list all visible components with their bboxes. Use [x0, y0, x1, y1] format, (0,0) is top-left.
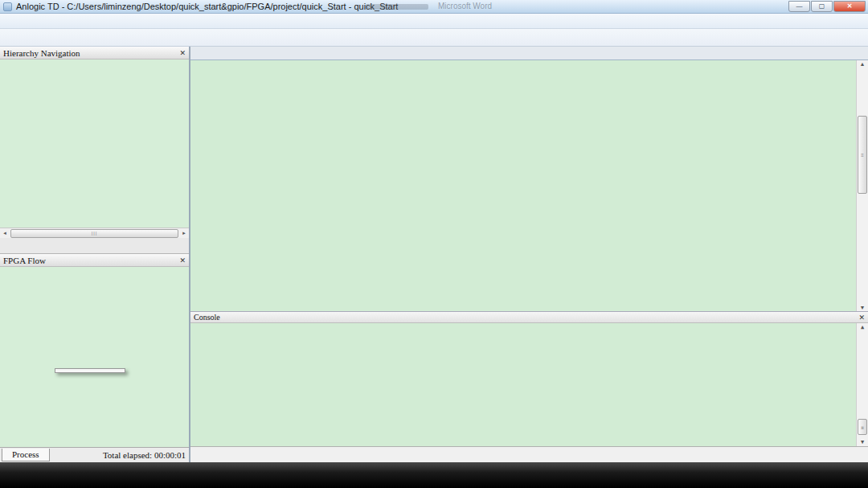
console-scroll-thumb[interactable]: ≡	[858, 419, 867, 435]
console-title: Console	[194, 313, 220, 322]
left-panel: Hierarchy Navigation ✕ ◂ ||| ▸ FPGA Flow…	[0, 47, 190, 462]
editor-scroll-thumb[interactable]: ≡	[858, 116, 867, 194]
console-close-icon[interactable]: ✕	[858, 314, 865, 322]
fpga-flow-tree	[0, 267, 189, 447]
app-icon	[3, 2, 12, 11]
scroll-right-arrow[interactable]: ▸	[179, 230, 189, 236]
editor-vscrollbar[interactable]: ▲ ≡ ▼	[856, 60, 868, 311]
window-title: Anlogic TD - C:/Users/liminzeng/Desktop/…	[16, 2, 398, 11]
code-lines[interactable]	[190, 60, 856, 311]
process-statusbar: Process Total elapsed: 00:00:01	[0, 447, 189, 462]
scroll-down-arrow[interactable]: ▼	[857, 305, 868, 310]
console-vscrollbar[interactable]: ▲ ≡ ▼	[856, 323, 868, 446]
console-tabs	[190, 446, 868, 462]
scroll-left-arrow[interactable]: ◂	[0, 230, 10, 236]
minimize-button[interactable]: —	[788, 1, 810, 12]
scroll-down-arrow[interactable]: ▼	[857, 439, 868, 445]
taskbar	[0, 462, 868, 488]
window-buttons: — ▢ ✕	[788, 1, 866, 12]
fpga-flow-panel-title: FPGA Flow ✕	[0, 254, 189, 267]
total-elapsed: Total elapsed: 00:00:01	[103, 450, 186, 460]
hscroll-thumb[interactable]: |||	[10, 229, 178, 238]
close-button[interactable]: ✕	[833, 1, 866, 12]
menubar	[0, 14, 868, 29]
console-header: Console ✕	[190, 312, 868, 323]
editor-tabs	[190, 47, 868, 60]
anlogic-td-window: Anlogic TD - C:/Users/liminzeng/Desktop/…	[0, 0, 868, 488]
process-tab[interactable]: Process	[2, 449, 50, 461]
toolbar	[0, 29, 868, 47]
editor-console-area: ▲ ≡ ▼ Console ✕ ▲ ≡ ▼	[190, 47, 868, 462]
background-window-ghost	[366, 4, 428, 10]
background-window-title: Microsoft Word	[438, 2, 492, 10]
left-panel-tabs	[0, 238, 189, 254]
maximize-button[interactable]: ▢	[811, 1, 833, 12]
scroll-up-arrow[interactable]: ▲	[857, 61, 868, 67]
hierarchy-tree	[0, 59, 189, 228]
hierarchy-hscrollbar[interactable]: ◂ ||| ▸	[0, 228, 189, 238]
context-menu	[55, 368, 125, 373]
console-lines	[190, 323, 856, 446]
main-area: Hierarchy Navigation ✕ ◂ ||| ▸ FPGA Flow…	[0, 47, 868, 462]
titlebar[interactable]: Anlogic TD - C:/Users/liminzeng/Desktop/…	[0, 0, 868, 14]
hierarchy-panel-title-text: Hierarchy Navigation	[3, 48, 80, 58]
hierarchy-panel-title: Hierarchy Navigation ✕	[0, 47, 189, 59]
fpga-flow-title-text: FPGA Flow	[3, 256, 46, 265]
fpga-flow-close-icon[interactable]: ✕	[179, 256, 186, 265]
console-body[interactable]: ▲ ≡ ▼	[190, 323, 868, 446]
hierarchy-panel-close-icon[interactable]: ✕	[179, 49, 186, 57]
scroll-up-arrow[interactable]: ▲	[857, 324, 868, 330]
code-editor[interactable]: ▲ ≡ ▼	[190, 60, 868, 312]
